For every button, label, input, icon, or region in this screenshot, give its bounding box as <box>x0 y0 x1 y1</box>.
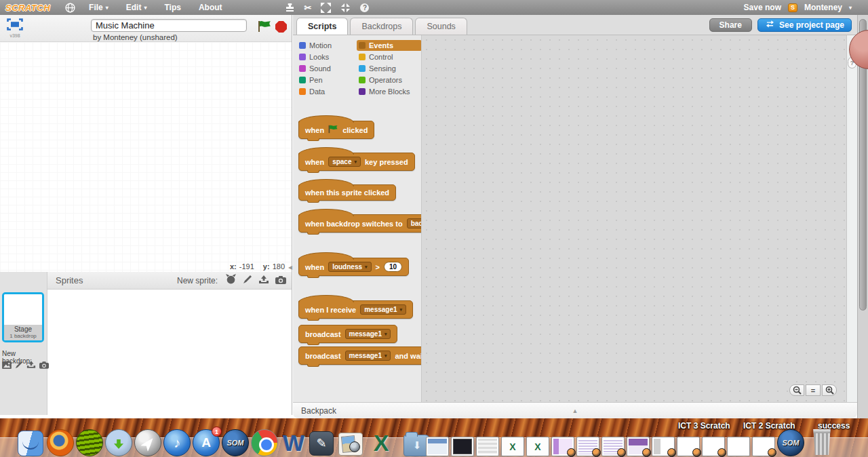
dock-minimized-window-icon[interactable] <box>652 437 675 456</box>
tab-backdrops[interactable]: Backdrops <box>350 18 413 35</box>
hat-block[interactable]: when I receivemessage1▾ <box>298 300 413 319</box>
tab-scripts[interactable]: Scripts <box>296 18 348 35</box>
hat-block[interactable]: whenclicked <box>298 121 374 139</box>
presentation-mode-icon[interactable] <box>7 21 23 33</box>
stack-block[interactable]: broadcastmessage1▾ <box>298 325 397 343</box>
delete-scissors-icon[interactable]: ✂ <box>304 3 312 12</box>
som-app-glyph: SOM <box>777 429 804 456</box>
block-dropdown[interactable]: message1▾ <box>360 304 406 315</box>
dock-rocket-app-icon[interactable] <box>134 429 161 456</box>
category-data[interactable]: Data <box>297 86 357 97</box>
dock-app-store-icon[interactable]: A1 <box>193 429 220 456</box>
dock-som-app-icon[interactable]: SOM <box>222 429 249 456</box>
category-more-blocks[interactable]: More Blocks <box>357 86 422 97</box>
stage-thumbnail[interactable]: Stage 1 backdrop <box>2 292 44 342</box>
sprites-list-area[interactable] <box>47 290 292 415</box>
notification-badge: 1 <box>212 426 222 437</box>
category-pen[interactable]: Pen <box>297 75 357 85</box>
menu-about[interactable]: About <box>199 3 222 12</box>
dock-itunes-icon[interactable]: ♪ <box>163 429 191 456</box>
menu-edit[interactable]: Edit▾ <box>126 3 147 12</box>
category-sensing[interactable]: Sensing <box>357 63 422 74</box>
dock-minimized-window-icon[interactable] <box>677 437 700 456</box>
dock-spotify-icon[interactable] <box>76 429 103 456</box>
category-operators[interactable]: Operators <box>357 75 422 85</box>
hat-block[interactable]: when this sprite clicked <box>298 184 396 201</box>
duplicate-stamp-icon[interactable] <box>285 3 295 12</box>
block-dropdown[interactable]: loudness▾ <box>328 262 371 272</box>
dock-drawing-app-icon[interactable]: ✎ <box>309 429 336 456</box>
block-dropdown[interactable]: backdrop1▾ <box>407 218 422 228</box>
dock-excel-icon[interactable]: X <box>368 429 395 456</box>
dock-som-app-icon[interactable]: SOM <box>777 429 804 456</box>
dock-minimized-window-icon[interactable] <box>501 437 524 456</box>
category-motion[interactable]: Motion <box>297 40 357 51</box>
upload-sprite-icon[interactable] <box>258 275 269 287</box>
dock-minimized-window-icon[interactable] <box>576 437 599 456</box>
backdrop-library-icon[interactable] <box>2 359 12 372</box>
dock-minimized-window-icon[interactable] <box>627 437 650 456</box>
dock-minimized-window-icon[interactable] <box>601 437 625 456</box>
stop-button[interactable] <box>275 21 287 33</box>
shrink-icon[interactable] <box>340 3 351 13</box>
number-input[interactable]: 10 <box>384 262 402 272</box>
category-sound[interactable]: Sound <box>297 63 357 74</box>
stage-canvas[interactable]: x:-191 y:180 <box>0 42 292 272</box>
scripts-canvas[interactable]: = <box>422 35 846 402</box>
block-dropdown[interactable]: space▾ <box>328 157 361 167</box>
save-now-link[interactable]: Save now <box>744 3 781 12</box>
category-control[interactable]: Control <box>357 52 422 62</box>
dock-minimized-window-icon[interactable] <box>702 437 725 456</box>
green-flag-button[interactable] <box>258 20 272 35</box>
dock-minimized-window-icon[interactable] <box>752 437 775 456</box>
dock-minimized-window-icon[interactable] <box>476 437 499 456</box>
dock-minimized-window-icon[interactable] <box>526 437 549 456</box>
username-menu[interactable]: Monteney <box>804 3 842 12</box>
camera-sprite-icon[interactable] <box>275 275 286 287</box>
hat-block[interactable]: whenspace▾key pressed <box>298 153 415 171</box>
project-title-input[interactable] <box>91 19 247 32</box>
block-dropdown[interactable]: message1▾ <box>345 351 391 361</box>
block-dropdown[interactable]: message1▾ <box>345 329 391 339</box>
globe-icon[interactable] <box>65 3 75 13</box>
stack-block[interactable]: broadcastmessage1▾and wait <box>298 346 422 365</box>
sprite-library-icon[interactable] <box>225 274 237 287</box>
zoom-reset-button[interactable]: = <box>806 384 821 396</box>
dock-minimized-window-icon[interactable] <box>551 437 574 456</box>
tab-sounds[interactable]: Sounds <box>415 18 467 35</box>
palette-blocks: whenclickedwhenspace▾key pressedwhen thi… <box>293 98 421 371</box>
dock-firefox-icon[interactable] <box>47 429 74 456</box>
backpack-bar[interactable]: Backpack ▲ <box>293 402 857 418</box>
dock-word-icon[interactable]: W <box>280 429 307 456</box>
upload-backdrop-icon[interactable] <box>26 359 36 372</box>
dock-minimized-window-icon[interactable] <box>727 437 750 456</box>
hat-block[interactable]: whenloudness▾>10 <box>298 258 409 276</box>
see-project-page-button[interactable]: See project page <box>757 18 852 32</box>
category-looks[interactable]: Looks <box>297 52 357 62</box>
dock-chrome-icon[interactable] <box>251 429 278 456</box>
paint-backdrop-icon[interactable] <box>15 359 23 372</box>
dock-minimized-window-icon[interactable] <box>426 437 449 456</box>
block-help-icon[interactable]: ? <box>360 3 369 12</box>
dock-photo-booth-icon[interactable] <box>338 429 366 456</box>
panel-collapse-arrow-icon[interactable]: ◀ <box>288 264 292 271</box>
dock-downloader-icon[interactable] <box>105 429 132 456</box>
hat-block[interactable]: when backdrop switches tobackdrop1▾ <box>298 214 422 233</box>
user-caret-icon[interactable]: ▾ <box>849 5 852 11</box>
camera-backdrop-icon[interactable] <box>39 359 49 372</box>
zoom-out-button[interactable] <box>789 384 804 396</box>
zoom-in-button[interactable] <box>822 384 837 396</box>
dock-minimized-window-icon[interactable] <box>451 437 474 456</box>
user-account-icon[interactable]: S <box>788 3 797 12</box>
grow-icon[interactable] <box>321 3 331 13</box>
dock-finder-icon[interactable] <box>18 429 45 456</box>
menu-file[interactable]: File▾ <box>89 3 108 12</box>
share-button[interactable]: Share <box>709 18 752 32</box>
backpack-expand-icon[interactable]: ▲ <box>572 408 578 414</box>
menu-tips[interactable]: Tips <box>164 3 180 12</box>
category-events[interactable]: Events <box>357 40 422 51</box>
paint-sprite-icon[interactable] <box>243 275 252 287</box>
dock-downloads-folder-icon[interactable] <box>397 429 424 456</box>
dock-trash-icon[interactable] <box>806 429 833 456</box>
scratch-logo[interactable]: SCRATCH <box>5 3 50 13</box>
